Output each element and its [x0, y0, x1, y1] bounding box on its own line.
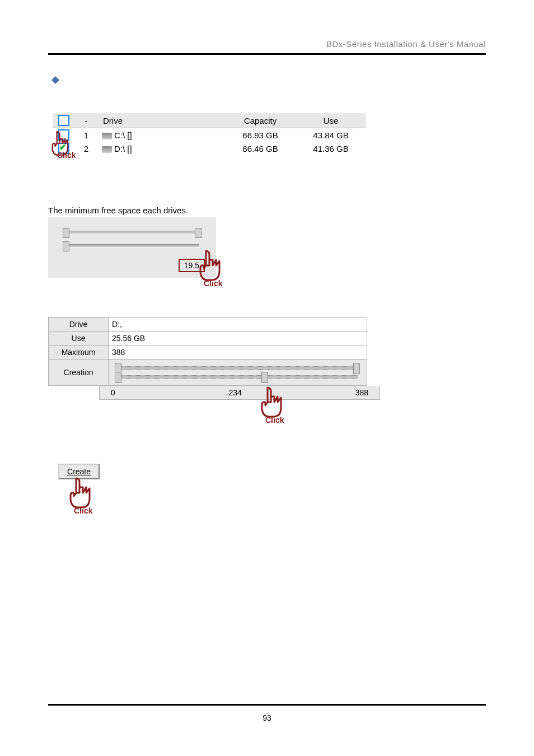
click-indicator-icon: Click — [194, 249, 229, 288]
creation-slider-2[interactable] — [116, 375, 358, 379]
min-space-slider-box: 19.5 Click — [48, 217, 216, 278]
creation-thumb-left-2[interactable] — [115, 372, 121, 383]
info-max-value: 388 — [109, 346, 367, 360]
info-use-value: 25.56 GB — [109, 332, 367, 346]
footer-divider — [48, 704, 486, 706]
min-space-label: The minimum free space each drives. — [48, 206, 486, 215]
col-dash: - — [75, 113, 97, 128]
creation-slider[interactable] — [116, 366, 358, 370]
bullet-icon — [51, 76, 59, 84]
table-row[interactable]: 2 D:\ [] 86.46 GB 41.36 GB — [53, 142, 366, 155]
col-use: Use — [296, 113, 366, 128]
creation-thumb-mid[interactable] — [261, 372, 268, 383]
hdd-icon — [102, 146, 112, 153]
click-indicator-icon: Click — [47, 130, 76, 160]
table-row[interactable]: 1 C:\ [] 66.93 GB 43.84 GB — [53, 128, 366, 142]
create-label-rest: reate — [73, 467, 91, 476]
create-accesskey: C — [67, 467, 73, 476]
click-label: Click — [74, 506, 486, 515]
click-indicator-icon: Click — [64, 476, 486, 515]
drive-list-table: - Drive Capacity Use 1 C:\ [] 66.93 GB 4… — [53, 113, 366, 155]
creation-thumb-right[interactable] — [353, 363, 360, 374]
row-num: 2 — [75, 142, 97, 155]
info-creation-label: Creation — [49, 360, 109, 386]
checkbox-header[interactable] — [58, 115, 69, 126]
info-drive-label: Drive — [49, 318, 109, 332]
drive-info-table: Drive D:, Use 25.56 GB Maximum 388 Creat… — [48, 317, 367, 386]
drive-use: 41.36 GB — [296, 142, 366, 155]
page-number: 93 — [0, 713, 534, 722]
click-indicator-icon: Click — [255, 385, 486, 424]
click-label: Click — [57, 151, 76, 160]
row-num: 1 — [75, 128, 97, 142]
info-drive-value: D:, — [109, 318, 367, 332]
drive-name: C:\ [] — [114, 130, 132, 140]
drive-capacity: 86.46 GB — [225, 142, 296, 155]
header-divider — [48, 53, 486, 55]
drive-use: 43.84 GB — [296, 128, 366, 142]
min-space-slider-2[interactable] — [65, 244, 199, 248]
drive-name: D:\ [] — [114, 144, 132, 153]
info-max-label: Maximum — [49, 346, 109, 360]
page-header: BDx-Series Installation & User's Manual — [48, 39, 486, 53]
slider-thumb-left[interactable] — [63, 228, 69, 238]
scale-max: 388 — [355, 388, 368, 397]
info-use-label: Use — [49, 332, 109, 346]
slider-thumb-right[interactable] — [195, 228, 202, 238]
col-drive: Drive — [97, 113, 225, 128]
scale-min: 0 — [111, 388, 115, 397]
min-space-slider[interactable] — [65, 231, 199, 234]
scale-mid: 234 — [229, 388, 242, 397]
click-label: Click — [265, 416, 486, 424]
hdd-icon — [102, 133, 112, 139]
drive-capacity: 66.93 GB — [225, 128, 296, 142]
col-capacity: Capacity — [225, 113, 296, 128]
slider-thumb-left-2[interactable] — [63, 241, 69, 251]
